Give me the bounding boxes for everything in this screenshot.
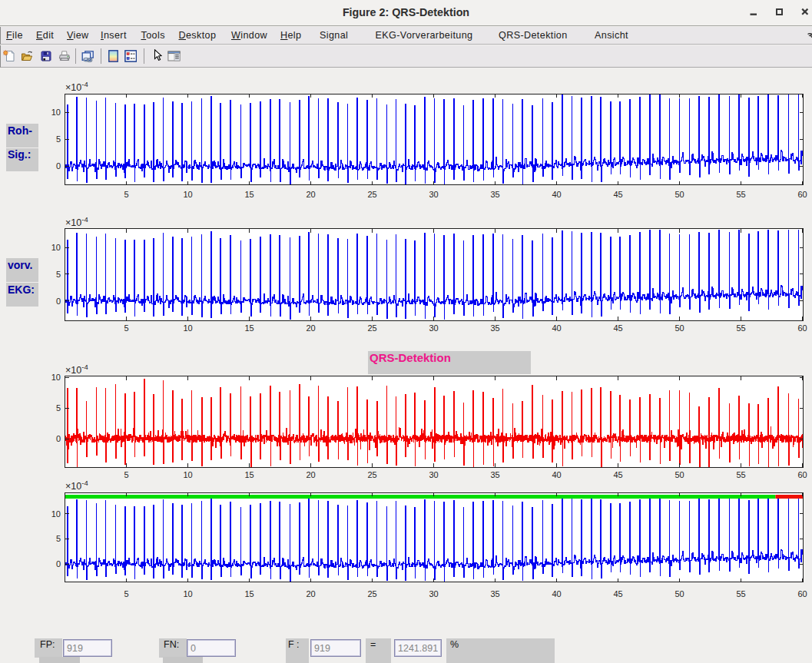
- svg-text:10: 10: [183, 190, 192, 199]
- svg-text:25: 25: [367, 589, 376, 598]
- svg-text:10: 10: [51, 509, 61, 519]
- svg-text:60: 60: [797, 470, 807, 479]
- svg-text:20: 20: [306, 589, 315, 598]
- svg-text:50: 50: [674, 589, 684, 598]
- svg-text:10: 10: [183, 589, 192, 598]
- svg-text:35: 35: [490, 190, 499, 199]
- svg-text:55: 55: [736, 190, 745, 199]
- svg-text:40: 40: [552, 589, 561, 598]
- svg-text:0: 0: [56, 161, 61, 171]
- svg-text:×10-4: ×10-4: [65, 480, 88, 492]
- svg-text:25: 25: [367, 323, 376, 333]
- svg-text:40: 40: [552, 323, 561, 333]
- svg-text:15: 15: [244, 323, 254, 333]
- svg-text:60: 60: [797, 589, 807, 598]
- svg-text:5: 5: [56, 534, 61, 543]
- svg-text:30: 30: [429, 323, 438, 333]
- svg-text:0: 0: [56, 559, 61, 569]
- svg-text:×10-4: ×10-4: [65, 215, 88, 228]
- svg-text:15: 15: [244, 589, 254, 598]
- svg-text:0: 0: [56, 434, 61, 443]
- svg-text:60: 60: [797, 190, 807, 199]
- svg-text:5: 5: [124, 470, 128, 479]
- svg-text:35: 35: [490, 323, 499, 333]
- svg-text:60: 60: [797, 323, 807, 333]
- svg-text:5: 5: [124, 323, 128, 333]
- svg-text:25: 25: [367, 190, 376, 199]
- svg-text:30: 30: [429, 470, 438, 479]
- svg-text:10: 10: [51, 373, 61, 382]
- svg-text:25: 25: [367, 470, 376, 479]
- svg-text:5: 5: [124, 190, 128, 199]
- svg-text:55: 55: [736, 323, 745, 333]
- svg-text:0: 0: [56, 297, 61, 306]
- svg-text:40: 40: [552, 190, 561, 199]
- svg-text:5: 5: [124, 589, 128, 598]
- svg-text:×10-4: ×10-4: [65, 80, 88, 93]
- svg-text:35: 35: [490, 589, 499, 598]
- svg-text:20: 20: [306, 323, 315, 333]
- svg-text:10: 10: [183, 470, 192, 479]
- svg-text:5: 5: [56, 403, 61, 413]
- svg-text:30: 30: [429, 589, 438, 598]
- svg-text:45: 45: [613, 323, 622, 333]
- svg-text:15: 15: [244, 190, 254, 199]
- svg-text:50: 50: [674, 190, 684, 199]
- svg-text:45: 45: [613, 589, 622, 598]
- svg-text:20: 20: [306, 190, 315, 199]
- svg-text:35: 35: [490, 470, 499, 479]
- svg-text:15: 15: [244, 470, 254, 479]
- svg-text:10: 10: [183, 323, 192, 333]
- svg-text:10: 10: [51, 243, 61, 252]
- svg-text:5: 5: [56, 134, 61, 144]
- svg-text:20: 20: [306, 470, 315, 479]
- svg-text:5: 5: [56, 270, 61, 279]
- svg-text:10: 10: [51, 108, 61, 117]
- svg-text:55: 55: [736, 589, 745, 598]
- svg-text:×10-4: ×10-4: [65, 363, 88, 376]
- svg-text:40: 40: [552, 470, 561, 479]
- svg-text:55: 55: [736, 470, 745, 479]
- svg-text:50: 50: [674, 470, 684, 479]
- svg-text:45: 45: [613, 470, 622, 479]
- svg-text:30: 30: [429, 190, 438, 199]
- svg-text:45: 45: [613, 190, 622, 199]
- svg-text:50: 50: [674, 323, 684, 333]
